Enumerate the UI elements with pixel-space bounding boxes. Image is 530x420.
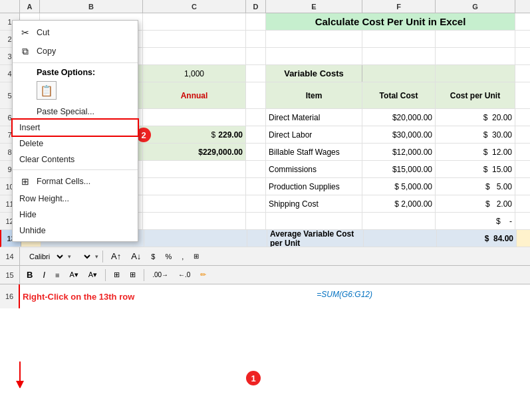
spreadsheet: A B C D E F G 1 Calculate Cost Per Unit … bbox=[0, 0, 530, 420]
cell-e4: Variable Costs bbox=[266, 65, 362, 82]
cell-d4 bbox=[246, 65, 266, 82]
paste-special-label: Paste Special... bbox=[37, 107, 94, 116]
cell-e9: Commissions bbox=[266, 161, 362, 177]
cell-e8: Billable Staff Wages bbox=[266, 144, 362, 160]
col-header-f: F bbox=[362, 0, 436, 13]
cell-f7: $30,000.00 bbox=[362, 126, 436, 143]
hide-label: Hide bbox=[19, 210, 37, 219]
cell-c6 bbox=[143, 109, 246, 126]
row-14-toolbar: 14 Calibri ▾ 11 ▾ A↑ A↓ $ % , ⊞ bbox=[0, 247, 530, 266]
cell-e5: Item bbox=[266, 82, 362, 108]
row-num-16: 16 bbox=[0, 284, 20, 308]
unhide-menu-item[interactable]: Unhide bbox=[13, 223, 138, 239]
delete-menu-item[interactable]: Delete bbox=[13, 136, 138, 152]
font-name-dropdown[interactable]: Calibri bbox=[23, 251, 66, 262]
paste-options-label: Paste Options: bbox=[13, 65, 138, 78]
italic-button[interactable]: I bbox=[39, 268, 49, 281]
paste-special-menu-item[interactable]: Paste Special... bbox=[13, 104, 138, 120]
cell-e6: Direct Material bbox=[266, 109, 362, 126]
cell-e2 bbox=[266, 31, 362, 47]
paste-icon-button[interactable]: 📋 bbox=[37, 81, 57, 100]
cell-f4 bbox=[362, 65, 436, 82]
format-cells-icon: ⊞ bbox=[19, 175, 31, 187]
font-color-button[interactable]: A▾ bbox=[84, 269, 101, 280]
toolbar-divider-2 bbox=[105, 269, 106, 281]
cell-f12 bbox=[362, 213, 436, 229]
cell-d7 bbox=[246, 126, 266, 143]
formatting-toolbar-row2: B I ≡ A▾ A▾ ⊞ ⊞ .00→ ←.0 ✏ bbox=[20, 266, 266, 284]
cell-f2 bbox=[362, 31, 436, 47]
increase-font-button[interactable]: A↑ bbox=[107, 250, 125, 262]
cell-g6: $ 20.00 bbox=[436, 109, 515, 126]
copy-label: Copy bbox=[37, 47, 56, 56]
cell-c11 bbox=[143, 195, 246, 212]
highlight-button[interactable]: ✏ bbox=[196, 269, 210, 280]
cell-c5: Annual bbox=[143, 82, 246, 108]
cell-c12 bbox=[143, 213, 246, 229]
cell-g5: Cost per Unit bbox=[436, 82, 515, 108]
percent-button[interactable]: % bbox=[161, 251, 176, 262]
clear-contents-menu-item[interactable]: Clear Contents bbox=[13, 152, 138, 167]
cell-g2 bbox=[436, 31, 515, 47]
formatting-toolbar: Calibri ▾ 11 ▾ A↑ A↓ $ % , ⊞ bbox=[20, 247, 266, 265]
decrease-font-button[interactable]: A↓ bbox=[127, 250, 145, 262]
font-size-dropdown-arrow: ▾ bbox=[68, 253, 71, 260]
cell-d1 bbox=[246, 13, 266, 30]
comma-button[interactable]: , bbox=[178, 251, 188, 262]
hide-menu-item[interactable]: Hide bbox=[13, 207, 138, 223]
paste-icon-row: 📋 bbox=[13, 78, 138, 104]
bold-button[interactable]: B bbox=[23, 268, 37, 281]
cell-c10 bbox=[143, 178, 246, 195]
cell-d12 bbox=[246, 213, 266, 229]
cell-g7: $ 30.00 bbox=[436, 126, 515, 143]
dollar-sign-button[interactable]: $ bbox=[147, 251, 159, 262]
context-menu: ✂ Cut ⧉ Copy Paste Options: 📋 Paste Spec… bbox=[12, 20, 138, 242]
menu-divider-1 bbox=[13, 62, 138, 63]
cell-title: Calculate Cost Per Unit in Excel bbox=[266, 13, 515, 30]
align-button[interactable]: ≡ bbox=[51, 270, 63, 280]
merge-button[interactable]: ⊞ bbox=[126, 269, 140, 280]
cell-f5: Total Cost bbox=[362, 82, 436, 108]
cell-c1 bbox=[143, 13, 246, 30]
col-header-b: B bbox=[40, 0, 143, 13]
format-cells-menu-item[interactable]: ⊞ Format Cells... bbox=[13, 172, 138, 191]
cell-e10: Production Supplies bbox=[266, 178, 362, 195]
decimal-decrease[interactable]: ←.0 bbox=[174, 270, 194, 280]
col-header-e: E bbox=[266, 0, 362, 13]
circle-1: 1 bbox=[246, 371, 261, 385]
row-height-menu-item[interactable]: Row Height... bbox=[13, 191, 138, 207]
cell-d3 bbox=[246, 48, 266, 64]
cut-menu-item[interactable]: ✂ Cut bbox=[13, 23, 138, 42]
cell-d6 bbox=[246, 109, 266, 126]
toolbar-divider-3 bbox=[144, 269, 144, 281]
borders-button[interactable]: ⊞ bbox=[110, 269, 124, 280]
cell-c2 bbox=[143, 31, 246, 47]
cell-d11 bbox=[246, 195, 266, 212]
cell-g4 bbox=[436, 65, 515, 82]
number-format-button[interactable]: ⊞ bbox=[190, 251, 203, 261]
clear-contents-label: Clear Contents bbox=[19, 155, 74, 164]
cell-f13 bbox=[364, 230, 437, 247]
font-size-dropdown[interactable]: 11 bbox=[73, 251, 93, 262]
cell-g3 bbox=[436, 48, 515, 64]
cell-f8: $12,000.00 bbox=[362, 144, 436, 160]
cell-g12: $ - bbox=[436, 213, 515, 229]
annotation-circle-1: 1 bbox=[246, 371, 261, 385]
cell-c3 bbox=[143, 48, 246, 64]
cell-d10 bbox=[246, 178, 266, 195]
format-cells-label: Format Cells... bbox=[37, 177, 90, 186]
copy-menu-item[interactable]: ⧉ Copy bbox=[13, 42, 138, 60]
cut-label: Cut bbox=[37, 28, 49, 37]
row-num-14: 14 bbox=[0, 247, 20, 265]
cell-d9 bbox=[246, 161, 266, 177]
cell-g10: $ 5.00 bbox=[436, 178, 515, 195]
decimal-increase[interactable]: .00→ bbox=[148, 270, 172, 280]
cell-e12 bbox=[266, 213, 362, 229]
cell-c4: 1,000 bbox=[143, 65, 246, 82]
row-16: 16 Right-Click on the 13th row =SUM(G6:G… bbox=[0, 284, 530, 308]
fill-color-button[interactable]: A▾ bbox=[65, 269, 82, 280]
row-height-label: Row Height... bbox=[19, 194, 69, 203]
cell-d8 bbox=[246, 144, 266, 160]
cell-f3 bbox=[362, 48, 436, 64]
insert-menu-item[interactable]: Insert bbox=[13, 120, 138, 136]
